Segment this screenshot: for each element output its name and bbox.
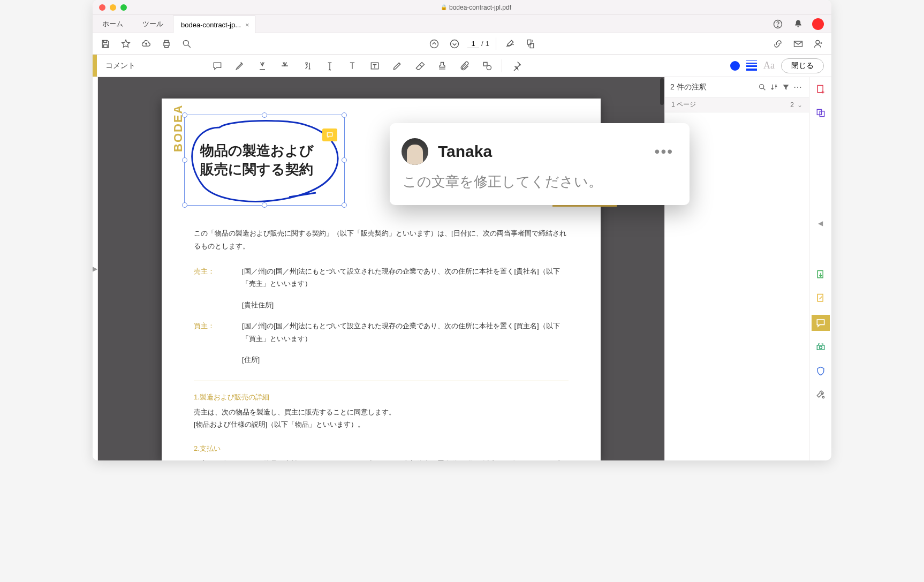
divider [194, 381, 569, 381]
seller-body: [国／州]の[国／州]法にもとづいて設立された現存の企業であり、次の住所に本社を… [242, 265, 569, 290]
more-annotations-icon[interactable]: ⋯ [792, 82, 804, 92]
lock-icon: 🔒 [441, 4, 447, 10]
add-person-icon[interactable] [811, 36, 826, 51]
highlight-icon[interactable] [231, 57, 249, 75]
underline-icon[interactable] [253, 57, 271, 75]
buyer-address: [住所] [242, 353, 569, 366]
save-icon[interactable] [98, 36, 113, 51]
share-link-icon[interactable] [770, 36, 785, 51]
insert-text-icon[interactable] [321, 57, 339, 75]
comment-text: この文章を修正してください。 [403, 172, 673, 191]
line-thickness-icon[interactable] [746, 61, 757, 71]
export-pdf-icon[interactable] [814, 268, 828, 282]
resize-handle[interactable] [182, 157, 187, 163]
strikethrough-icon[interactable] [276, 57, 294, 75]
window-title: bodea-contract-jpl.pdf [449, 4, 511, 11]
scan-ocr-icon[interactable] [814, 341, 828, 354]
comment-more-icon[interactable]: ••• [655, 149, 673, 154]
edit-pdf-icon[interactable] [814, 291, 828, 305]
section-1-p2: [物品および仕様の説明]（以下「物品」といいます）。 [194, 418, 569, 430]
tab-document[interactable]: bodea-contract-jp... × [173, 16, 255, 33]
svg-point-3 [183, 40, 188, 46]
more-tools-icon[interactable] [814, 388, 828, 402]
text-comment-icon[interactable] [343, 57, 361, 75]
color-swatch[interactable] [730, 61, 740, 71]
window-zoom-light[interactable] [120, 4, 127, 11]
email-icon[interactable] [791, 36, 806, 51]
sticky-note-icon[interactable] [208, 57, 226, 75]
svg-point-25 [822, 396, 824, 398]
svg-rect-20 [820, 111, 824, 117]
sort-annotations-icon[interactable] [768, 83, 780, 92]
page-down-icon[interactable] [447, 36, 462, 51]
seller-label: 売主： [194, 265, 242, 311]
sticky-note-badge-icon[interactable] [322, 129, 337, 141]
resize-handle[interactable] [182, 112, 187, 118]
svg-rect-21 [817, 271, 823, 278]
svg-point-12 [487, 65, 491, 70]
star-icon[interactable] [118, 36, 133, 51]
create-pdf-icon[interactable] [814, 82, 828, 96]
resize-handle[interactable] [262, 112, 267, 118]
protect-icon[interactable] [814, 364, 828, 378]
tabstrip: ホーム ツール bodea-contract-jp... × [93, 15, 831, 33]
comment-tool-icon[interactable] [812, 315, 830, 331]
search-annotations-icon[interactable] [756, 83, 768, 92]
resize-handle[interactable] [342, 202, 347, 208]
comment-author-avatar [402, 138, 428, 165]
svg-rect-2 [164, 42, 169, 46]
close-tab-icon[interactable]: × [245, 21, 249, 29]
notifications-icon[interactable] [792, 18, 805, 31]
expand-left-panel-icon[interactable]: ▶ [93, 265, 97, 273]
eraser-icon[interactable] [411, 57, 429, 75]
brand-text: BODEA [171, 104, 185, 152]
tab-tools[interactable]: ツール [133, 15, 173, 33]
page-current-input[interactable] [467, 40, 479, 48]
collapse-page-annotations-icon[interactable]: ⌄ [797, 101, 802, 109]
toolbar-stripe [93, 55, 97, 77]
stamp-icon[interactable] [433, 57, 451, 75]
tab-home[interactable]: ホーム [93, 15, 133, 33]
window-minimize-light[interactable] [110, 4, 116, 11]
buyer-body: [国／州]の[国／州]法にもとづいて設立された現存の企業であり、次の住所に本社を… [242, 320, 569, 345]
svg-point-17 [760, 84, 764, 88]
zoom-icon[interactable] [179, 36, 194, 51]
fill-sign-icon[interactable] [503, 36, 518, 51]
comment-toolbar-label: コメント [97, 61, 144, 71]
section-2-heading: 2.支払い [194, 442, 569, 455]
vertical-scrollbar[interactable] [660, 78, 664, 105]
attachment-icon[interactable] [456, 57, 474, 75]
section-2-p: 買主は、次のとおりに物品の支払いをおこなうことに同意します。本契約書に署名後[日… [194, 457, 569, 460]
svg-point-5 [451, 40, 459, 48]
close-button[interactable]: 閉じる [781, 58, 824, 73]
pencil-draw-icon[interactable] [388, 57, 406, 75]
pin-icon[interactable] [508, 57, 526, 75]
organize-pages-icon[interactable] [523, 36, 538, 51]
profile-avatar[interactable] [812, 18, 824, 30]
cloud-upload-icon[interactable] [139, 36, 154, 51]
resize-handle[interactable] [182, 202, 187, 208]
resize-handle[interactable] [262, 202, 267, 208]
shapes-icon[interactable] [478, 57, 496, 75]
section-1-p1: 売主は、次の物品を製造し、買主に販売することに同意します。 [194, 406, 569, 418]
resize-handle[interactable] [342, 112, 347, 118]
intro-paragraph: この「物品の製造および販売に関する契約」（以下「販売契約」といいます）は、[日付… [194, 227, 569, 252]
font-style-button[interactable]: Aa [763, 60, 775, 71]
replace-text-icon[interactable] [298, 57, 316, 75]
page-up-icon[interactable] [427, 36, 442, 51]
page-total: 1 [486, 40, 489, 48]
section-1-heading: 1.製造および販売の詳細 [194, 391, 569, 403]
filter-annotations-icon[interactable] [780, 83, 792, 92]
help-icon[interactable] [771, 18, 784, 31]
expand-right-panel-icon[interactable]: ◀ [817, 220, 824, 227]
buyer-label: 買主： [194, 320, 242, 366]
svg-point-9 [816, 40, 820, 44]
combine-files-icon[interactable] [814, 106, 828, 120]
right-tool-rail: ◀ [809, 77, 831, 460]
text-box-icon[interactable] [366, 57, 384, 75]
svg-rect-8 [794, 41, 802, 47]
window-close-light[interactable] [99, 4, 105, 11]
print-icon[interactable] [159, 36, 174, 51]
page-indicator: / 1 [467, 40, 489, 48]
annotations-page-label: 1 ページ [671, 100, 696, 109]
